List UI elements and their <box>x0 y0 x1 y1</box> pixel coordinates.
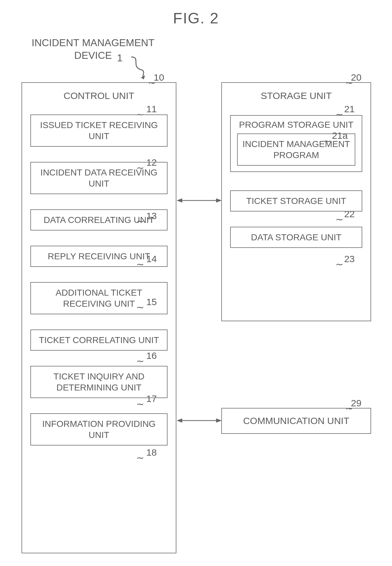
tilde-icon: ∼ <box>335 262 343 267</box>
control-unit-container: CONTROL UNIT 11 ∼ ISSUED TICKET RECEIVIN… <box>21 82 176 553</box>
issued-ticket-receiving-unit: ISSUED TICKET RECEIVING UNIT <box>30 114 168 147</box>
box-number: 18 <box>146 447 157 458</box>
program-storage-unit: PROGRAM STORAGE UNIT 21a ∼ INCIDENT MANA… <box>230 115 362 172</box>
communication-unit: COMMUNICATION UNIT <box>221 408 371 434</box>
box-number: 16 <box>146 350 157 361</box>
information-providing-unit: INFORMATION PROVIDING UNIT <box>30 413 168 446</box>
double-arrow-icon <box>177 417 221 424</box>
tilde-icon: ∼ <box>136 402 144 406</box>
additional-ticket-receiving-unit: ADDITIONAL TICKET RECEIVING UNIT <box>30 282 168 314</box>
incident-data-receiving-unit: INCIDENT DATA RECEIVING UNIT <box>30 162 168 194</box>
tilde-icon: ∼ <box>136 455 144 460</box>
ticket-inquiry-determining-unit: TICKET INQUIRY AND DETERMINING UNIT <box>30 366 168 398</box>
device-label-line1: INCIDENT MANAGEMENT <box>32 37 155 48</box>
tilde-icon: ∼ <box>323 138 331 143</box>
svg-marker-2 <box>216 199 221 202</box>
ticket-correlating-unit: TICKET CORRELATING UNIT <box>30 329 168 351</box>
tilde-icon: ∼ <box>136 359 144 363</box>
data-storage-unit: DATA STORAGE UNIT <box>230 227 362 248</box>
box-number: 21a <box>332 130 348 141</box>
svg-marker-4 <box>177 419 182 422</box>
device-number: 1 <box>117 52 123 64</box>
box-number: 11 <box>146 104 157 114</box>
tilde-icon: ∼ <box>335 217 343 222</box>
data-correlating-unit: DATA CORRELATING UNIT <box>30 209 168 231</box>
double-arrow-icon <box>177 197 221 204</box>
svg-marker-5 <box>216 419 221 422</box>
box-number: 21 <box>344 104 355 114</box>
program-storage-title: PROGRAM STORAGE UNIT <box>231 120 362 130</box>
box-number: 23 <box>344 254 355 264</box>
storage-unit-container: STORAGE UNIT 21 ∼ PROGRAM STORAGE UNIT 2… <box>221 82 371 321</box>
storage-unit-title: STORAGE UNIT <box>222 90 371 101</box>
control-unit-title: CONTROL UNIT <box>22 90 176 101</box>
svg-marker-1 <box>177 199 182 202</box>
reply-receiving-unit: REPLY RECEIVING UNIT <box>30 246 168 267</box>
figure-title: FIG. 2 <box>0 9 392 27</box>
ticket-storage-unit: TICKET STORAGE UNIT <box>230 190 362 212</box>
device-label-line2: DEVICE <box>74 50 112 61</box>
